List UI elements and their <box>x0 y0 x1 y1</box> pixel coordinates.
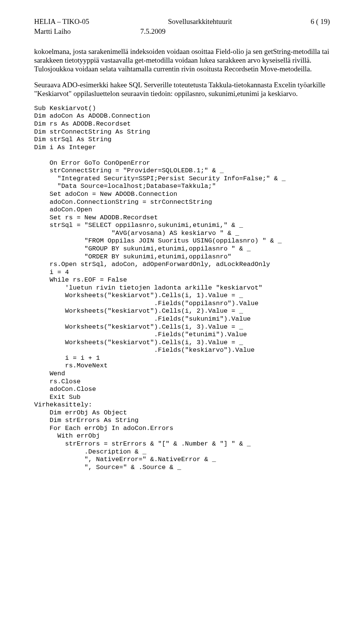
paragraph-1: kokoelmana, josta sarakenimellä indeksoi… <box>34 47 330 74</box>
page: HELIA – TIKO-05 Sovellusarkkitehtuurit 6… <box>0 0 364 633</box>
header-title: Sovellusarkkitehtuurit <box>89 17 311 26</box>
author-name: Martti Laiho <box>34 27 140 36</box>
body-text: kokoelmana, josta sarakenimellä indeksoi… <box>34 47 330 98</box>
header-left: HELIA – TIKO-05 <box>34 17 89 26</box>
page-header: HELIA – TIKO-05 Sovellusarkkitehtuurit 6… <box>34 17 330 26</box>
header-page-number: 6 ( 19) <box>311 17 330 26</box>
page-subheader: Martti Laiho 7.5.2009 <box>34 27 330 36</box>
paragraph-2: Seuraava ADO-esimerkki hakee SQL Serveri… <box>34 80 330 98</box>
code-block: Sub Keskiarvot() Dim adoCon As ADODB.Con… <box>34 105 330 471</box>
document-date: 7.5.2009 <box>140 27 166 36</box>
